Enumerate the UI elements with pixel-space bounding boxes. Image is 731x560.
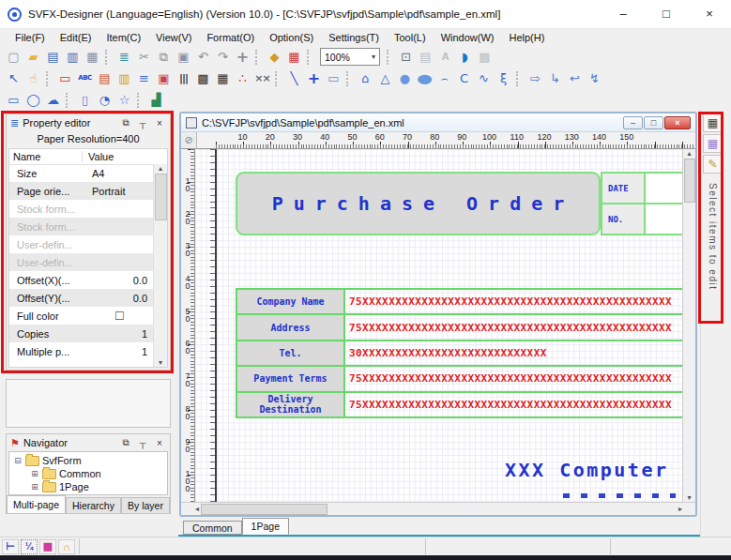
close-panel-icon[interactable]: × xyxy=(153,438,166,448)
close-button[interactable]: × xyxy=(688,0,731,28)
scale-icon[interactable]: ¼ xyxy=(21,539,38,554)
zoom-dropdown[interactable]: 100% ▾ xyxy=(320,48,380,66)
menu-window[interactable]: Window(W) xyxy=(434,32,502,43)
scrollbar-thumb[interactable] xyxy=(155,174,167,220)
ellipse-tool-icon[interactable]: ● xyxy=(410,69,440,87)
scroll-up-icon[interactable]: ▴ xyxy=(159,164,162,173)
unlock-icon[interactable]: ∩ xyxy=(58,539,75,554)
property-value[interactable]: 1 xyxy=(86,346,153,357)
tab-multi-page[interactable]: Multi-page xyxy=(7,495,66,513)
tree-item-1page[interactable]: ⊞ 1Page xyxy=(9,480,167,493)
open-folder-icon[interactable]: ▰ xyxy=(23,48,43,66)
menu-edit[interactable]: Edit(E) xyxy=(53,32,99,43)
menu-format[interactable]: Format(O) xyxy=(199,32,262,43)
scanner-icon[interactable]: ◗ xyxy=(455,48,475,66)
balloon-rect-icon[interactable]: ▭ xyxy=(4,91,23,109)
scrollbar-thumb[interactable] xyxy=(201,504,327,515)
field-value[interactable]: 75XXXXXXXXXXXXXXXXXXXXXXXXXXXXXXXXXXXXXX… xyxy=(345,393,682,416)
menu-file[interactable]: File(F) xyxy=(8,32,53,43)
save-icon[interactable]: ▤ xyxy=(43,48,63,66)
barcode-tool-icon[interactable]: ||| xyxy=(174,69,193,87)
form-title-object[interactable]: Purchase Order xyxy=(236,172,601,235)
select-tool-icon[interactable]: ↖ xyxy=(4,69,23,87)
property-value[interactable]: 1 xyxy=(86,328,153,340)
curve-tool-icon[interactable]: C xyxy=(454,69,474,87)
property-value[interactable]: ☐ xyxy=(86,310,153,323)
doc-restore-button[interactable]: □ xyxy=(644,116,663,129)
tab-hierarchy[interactable]: Hierarchy xyxy=(66,497,121,513)
print-icon[interactable]: ▦ xyxy=(83,48,102,66)
no-row[interactable]: NO. xyxy=(602,203,682,234)
horizontal-scrollbar[interactable]: ◂ ▸ xyxy=(181,502,695,515)
field-label[interactable]: Company Name xyxy=(237,290,345,313)
date-value-cell[interactable] xyxy=(646,174,682,203)
image-adjust-icon[interactable]: ▩ xyxy=(475,48,495,66)
vertical-scrollbar[interactable]: ▴ ▾ xyxy=(682,149,695,502)
property-scrollbar[interactable]: ▴ ▾ xyxy=(153,164,167,367)
maximize-button[interactable]: □ xyxy=(645,0,688,28)
polygon-tool-icon[interactable]: ⌂ xyxy=(356,69,375,87)
pin-icon[interactable]: ┬ xyxy=(136,438,149,448)
tree-item-common[interactable]: ⊞ Common xyxy=(9,467,167,480)
balloon-cloud-icon[interactable]: ☁ xyxy=(43,91,63,109)
curved-arrow-icon[interactable]: ↯ xyxy=(585,69,604,87)
field-value[interactable]: 30XXXXXXXXXXXXXXXXXXXXXXXXXXXX xyxy=(345,341,682,365)
multi-record-icon[interactable]: ≡ xyxy=(134,69,154,87)
field-label[interactable]: Payment Terms xyxy=(237,367,345,390)
field-label[interactable]: Delivery Destination xyxy=(237,393,345,416)
scrollbar-thumb[interactable] xyxy=(684,159,695,203)
property-value[interactable]: Portrait xyxy=(86,186,153,197)
record-tool-icon[interactable]: ▤ xyxy=(95,69,114,87)
page-tab-1page[interactable]: 1Page xyxy=(242,518,289,535)
hand-tool-icon[interactable]: ☝ xyxy=(23,69,43,87)
scroll-down-icon[interactable]: ▾ xyxy=(687,493,691,502)
menu-item[interactable]: Item(C) xyxy=(99,32,148,43)
bent-arrow-icon[interactable]: ↳ xyxy=(545,69,565,87)
copy-icon[interactable]: ⧉ xyxy=(154,48,174,66)
undo-icon[interactable]: ↶ xyxy=(193,48,213,66)
date-no-table[interactable]: DATE NO. xyxy=(601,172,682,235)
new-document-icon[interactable]: ▢ xyxy=(4,48,23,66)
note-icon[interactable]: ▯ xyxy=(75,91,95,109)
field-tool-icon[interactable]: ▭ xyxy=(55,69,75,87)
tab-by-layer[interactable]: By layer xyxy=(121,497,170,513)
menu-settings[interactable]: Settings(T) xyxy=(321,32,387,43)
field-value[interactable]: 75XXXXXXXXXXXXXXXXXXXXXXXXXXXXXXXXXXXXXX… xyxy=(345,290,682,313)
freeform-tool-icon[interactable]: ξ xyxy=(494,69,513,87)
fixed-field-icon[interactable]: ×× xyxy=(252,69,272,87)
scroll-left-icon[interactable]: ◂ xyxy=(195,505,199,513)
field-value[interactable]: 75XXXXXXXXXXXXXXXXXXXXXXXXXXXXXXXXXXXXXX… xyxy=(345,315,682,339)
form-structure-icon[interactable]: ≣ xyxy=(114,48,134,66)
list-tool-icon[interactable]: ▥ xyxy=(114,69,134,87)
float-panel-icon[interactable]: ⧉ xyxy=(119,117,132,129)
palette-icon[interactable]: ▦ xyxy=(39,539,56,554)
float-panel-icon[interactable]: ⧉ xyxy=(119,437,132,448)
field-address[interactable]: Address 75XXXXXXXXXXXXXXXXXXXXXXXXXXXXXX… xyxy=(237,315,682,341)
doc-close-button[interactable]: × xyxy=(664,116,691,129)
menu-view[interactable]: View(V) xyxy=(148,32,199,43)
qrcode-tool-icon[interactable]: ▦ xyxy=(213,69,233,87)
ruler-origin-icon[interactable]: ⊘ xyxy=(181,132,197,149)
field-payment-terms[interactable]: Payment Terms 75XXXXXXXXXXXXXXXXXXXXXXXX… xyxy=(237,367,682,392)
menu-help[interactable]: Help(H) xyxy=(501,32,552,43)
close-panel-icon[interactable]: × xyxy=(153,118,166,129)
field-value[interactable]: 75XXXXXXXXXXXXXXXXXXXXXXXXXXXXXXXXXXXXXX… xyxy=(345,367,682,390)
link-field-icon[interactable]: ∴ xyxy=(233,69,252,87)
property-value[interactable]: A4 xyxy=(86,168,153,179)
tree-item-svfform[interactable]: ⊟ SvfForm xyxy=(9,454,167,467)
page-tab-common[interactable]: Common xyxy=(183,521,242,535)
redo-icon[interactable]: ↷ xyxy=(213,48,233,66)
text-tool-icon[interactable]: ABC xyxy=(75,69,95,87)
doc-minimize-button[interactable]: – xyxy=(623,116,643,129)
paste-icon[interactable]: ▣ xyxy=(174,48,193,66)
tree-expander-icon[interactable]: ⊞ xyxy=(30,469,39,478)
balloon-oval-icon[interactable]: ◯ xyxy=(23,91,43,109)
design-canvas[interactable]: Purchase Order DATE NO. xyxy=(195,149,682,502)
line-tool-icon[interactable]: ╲ xyxy=(284,69,304,87)
field-delivery-destination[interactable]: Delivery Destination 75XXXXXXXXXXXXXXXXX… xyxy=(237,393,682,416)
company-text-object[interactable]: XXX Computer xyxy=(505,459,669,481)
color-settings-icon[interactable]: ◆ xyxy=(265,48,284,66)
tree-expander-icon[interactable]: ⊟ xyxy=(13,456,23,465)
date-row[interactable]: DATE xyxy=(602,174,682,203)
property-value[interactable]: 0.0 xyxy=(86,275,153,286)
